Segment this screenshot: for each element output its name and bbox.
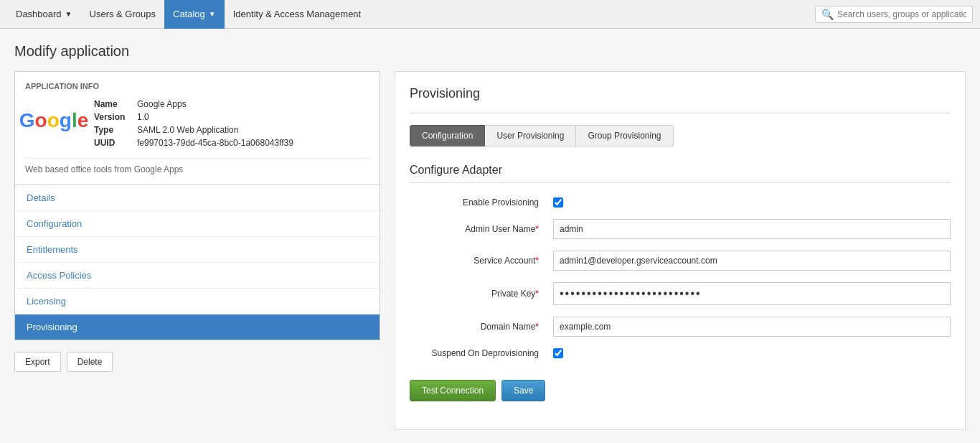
service-account-input[interactable] — [553, 251, 951, 271]
iam-nav-btn[interactable]: Identity & Access Management — [225, 0, 369, 29]
tab-user-provisioning[interactable]: User Provisioning — [485, 125, 576, 146]
app-info-version-row: Version 1.0 — [94, 112, 369, 122]
left-panel: APPLICATION INFO Google Name Google Apps — [14, 71, 380, 372]
service-account-row: Service Account* — [410, 251, 951, 271]
main-content: Modify application APPLICATION INFO Goog… — [0, 29, 980, 443]
save-button[interactable]: Save — [501, 380, 545, 401]
app-info-fields: Name Google Apps Version 1.0 Type SAML 2… — [94, 99, 369, 151]
app-info-uuid-row: UUID fe997013-79dd-45ca-8bc0-1a068043ff3… — [94, 138, 369, 148]
sidebar-item-configuration[interactable]: Configuration — [15, 211, 380, 237]
users-groups-nav-btn[interactable]: Users & Groups — [81, 0, 164, 29]
private-key-required: * — [535, 289, 539, 299]
app-info-title: APPLICATION INFO — [25, 82, 369, 90]
catalog-label: Catalog — [173, 9, 205, 19]
domain-name-required: * — [535, 322, 539, 332]
admin-user-name-label: Admin User Name* — [410, 224, 539, 234]
sidebar-item-entitlements[interactable]: Entitlements — [15, 237, 380, 263]
private-key-input[interactable] — [553, 282, 951, 305]
app-description: Web based office tools from Google Apps — [25, 158, 369, 174]
domain-name-input[interactable] — [553, 317, 951, 337]
type-value: SAML 2.0 Web Application — [137, 125, 238, 135]
enable-provisioning-row: Enable Provisioning — [410, 197, 951, 207]
domain-name-label: Domain Name* — [410, 322, 539, 332]
private-key-label: Private Key* — [410, 289, 539, 299]
dashboard-label: Dashboard — [16, 9, 62, 19]
search-input[interactable] — [837, 9, 966, 19]
private-key-row: Private Key* — [410, 282, 951, 305]
uuid-value: fe997013-79dd-45ca-8bc0-1a068043ff39 — [137, 138, 293, 148]
catalog-nav-btn[interactable]: Catalog ▼ — [164, 0, 225, 29]
name-value: Google Apps — [137, 99, 187, 109]
configure-adapter-title: Configure Adapter — [410, 164, 951, 177]
name-label: Name — [94, 99, 137, 109]
export-button[interactable]: Export — [14, 352, 61, 372]
sidebar-nav: Details Configuration Entitlements Acces… — [14, 185, 380, 340]
google-logo-text: Google — [19, 109, 88, 132]
test-connection-button[interactable]: Test Connection — [410, 380, 496, 401]
tab-bar: Configuration User Provisioning Group Pr… — [410, 125, 951, 146]
provisioning-title: Provisioning — [410, 86, 951, 101]
suspend-deprovisioning-row: Suspend On Deprovisioning — [410, 348, 951, 358]
google-logo: Google — [25, 99, 83, 142]
sidebar-item-licensing[interactable]: Licensing — [15, 289, 380, 314]
dashboard-nav-btn[interactable]: Dashboard ▼ — [7, 0, 81, 29]
bottom-buttons: Export Delete — [14, 352, 380, 372]
app-info-inner: Google Name Google Apps Version 1.0 — [25, 99, 369, 151]
domain-name-row: Domain Name* — [410, 317, 951, 337]
tab-configuration[interactable]: Configuration — [410, 125, 485, 146]
delete-button[interactable]: Delete — [67, 352, 113, 372]
type-label: Type — [94, 125, 137, 135]
page-title: Modify application — [14, 43, 966, 60]
admin-user-name-row: Admin User Name* — [410, 219, 951, 239]
admin-user-name-input[interactable] — [553, 219, 951, 239]
service-account-label: Service Account* — [410, 256, 539, 266]
iam-label: Identity & Access Management — [233, 9, 361, 19]
catalog-dropdown-arrow: ▼ — [209, 10, 216, 18]
layout: APPLICATION INFO Google Name Google Apps — [14, 71, 966, 430]
action-buttons: Test Connection Save — [410, 373, 951, 401]
service-account-label-text: Service Account — [473, 256, 535, 266]
admin-user-name-required: * — [535, 224, 539, 234]
provisioning-divider — [410, 113, 951, 113]
suspend-deprovisioning-label: Suspend On Deprovisioning — [410, 348, 539, 358]
dashboard-dropdown-arrow: ▼ — [65, 10, 72, 18]
sidebar-item-access-policies[interactable]: Access Policies — [15, 263, 380, 289]
enable-provisioning-label: Enable Provisioning — [410, 197, 539, 207]
admin-user-name-label-text: Admin User Name — [465, 224, 535, 234]
version-value: 1.0 — [137, 112, 149, 122]
enable-provisioning-checkbox[interactable] — [553, 197, 563, 207]
sidebar-item-details[interactable]: Details — [15, 185, 380, 211]
sidebar-item-provisioning[interactable]: Provisioning — [15, 314, 380, 340]
private-key-label-text: Private Key — [491, 289, 535, 299]
users-groups-label: Users & Groups — [90, 9, 156, 19]
top-nav: Dashboard ▼ Users & Groups Catalog ▼ Ide… — [0, 0, 980, 29]
configure-adapter-divider — [410, 182, 951, 183]
service-account-required: * — [535, 256, 539, 266]
app-info-type-row: Type SAML 2.0 Web Application — [94, 125, 369, 135]
domain-name-label-text: Domain Name — [481, 322, 536, 332]
app-info-name-row: Name Google Apps — [94, 99, 369, 109]
suspend-deprovisioning-checkbox[interactable] — [553, 348, 563, 358]
search-box: 🔍 — [815, 6, 973, 23]
uuid-label: UUID — [94, 138, 137, 148]
app-info-box: APPLICATION INFO Google Name Google Apps — [14, 71, 380, 185]
tab-group-provisioning[interactable]: Group Provisioning — [576, 125, 673, 146]
search-icon: 🔍 — [821, 9, 834, 20]
version-label: Version — [94, 112, 137, 122]
right-panel: Provisioning Configuration User Provisio… — [395, 71, 966, 430]
